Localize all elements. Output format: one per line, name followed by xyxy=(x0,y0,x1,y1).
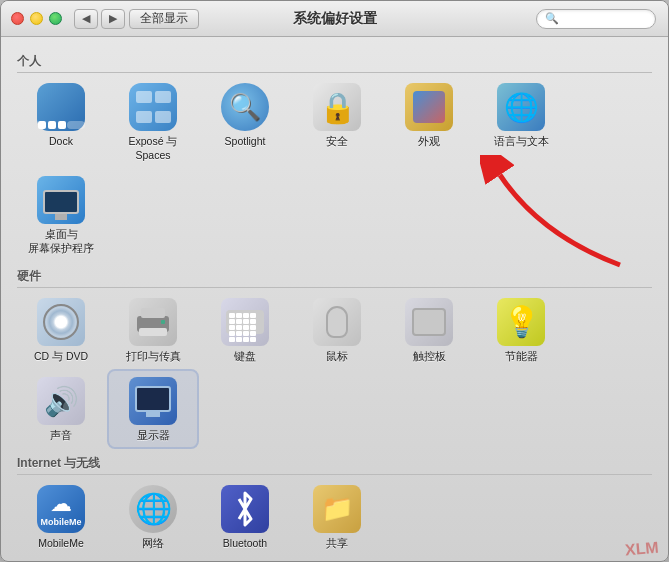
pref-cd[interactable]: CD 与 DVD xyxy=(17,292,105,368)
pref-expose[interactable]: Exposé 与Spaces xyxy=(109,77,197,166)
sound-label: 声音 xyxy=(50,429,72,443)
sharing-icon: 📁 xyxy=(311,483,363,535)
pref-sharing[interactable]: 📁 共享 xyxy=(293,479,381,555)
display-icon xyxy=(127,375,179,427)
section-personal-label: 个人 xyxy=(17,53,652,73)
print-icon xyxy=(127,296,179,348)
internet-grid: ☁MobileMe MobileMe 🌐 网络 Bluet xyxy=(17,479,652,555)
expose-icon xyxy=(127,81,179,133)
sharing-label: 共享 xyxy=(326,537,348,551)
bluetooth-label: Bluetooth xyxy=(223,537,267,551)
pref-dock[interactable]: Dock xyxy=(17,77,105,166)
close-button[interactable] xyxy=(11,12,24,25)
svg-rect-2 xyxy=(139,328,167,336)
keyboard-label: 键盘 xyxy=(234,350,256,364)
pref-appearance[interactable]: 外观 xyxy=(385,77,473,166)
desktop-icon xyxy=(35,174,87,226)
security-label: 安全 xyxy=(326,135,348,149)
mouse-icon xyxy=(311,296,363,348)
search-icon: 🔍 xyxy=(545,12,559,25)
network-icon: 🌐 xyxy=(127,483,179,535)
titlebar: ◀ ▶ 全部显示 系统偏好设置 🔍 xyxy=(1,1,668,37)
trackpad-label: 触控板 xyxy=(413,350,446,364)
network-label: 网络 xyxy=(142,537,164,551)
minimize-button[interactable] xyxy=(30,12,43,25)
cd-icon xyxy=(35,296,87,348)
print-label: 打印与传真 xyxy=(126,350,181,364)
search-box[interactable]: 🔍 xyxy=(536,9,656,29)
pref-desktop[interactable]: 桌面与屏幕保护程序 xyxy=(17,170,105,259)
mobileme-label: MobileMe xyxy=(38,537,84,551)
section-internet-label: Internet 与无线 xyxy=(17,455,652,475)
energy-label: 节能器 xyxy=(505,350,538,364)
traffic-lights xyxy=(11,12,62,25)
nav-buttons: ◀ ▶ xyxy=(74,9,125,29)
content-area: 个人 Dock Exposé 与Spaces 🔍 Spotlight xyxy=(1,37,668,561)
svg-rect-1 xyxy=(141,308,165,318)
pref-security[interactable]: 🔒 安全 xyxy=(293,77,381,166)
pref-mobileme[interactable]: ☁MobileMe MobileMe xyxy=(17,479,105,555)
pref-mouse[interactable]: 鼠标 xyxy=(293,292,381,368)
expose-label: Exposé 与Spaces xyxy=(129,135,178,162)
pref-keyboard[interactable]: 键盘 xyxy=(201,292,289,368)
display-label: 显示器 xyxy=(137,429,170,443)
pref-sound[interactable]: 🔊 声音 xyxy=(17,371,105,447)
svg-rect-3 xyxy=(161,320,165,324)
pref-spotlight[interactable]: 🔍 Spotlight xyxy=(201,77,289,166)
show-all-button[interactable]: 全部显示 xyxy=(129,9,199,29)
keyboard-icon xyxy=(219,296,271,348)
appearance-label: 外观 xyxy=(418,135,440,149)
cd-label: CD 与 DVD xyxy=(34,350,88,364)
pref-lang[interactable]: 🌐 语言与文本 xyxy=(477,77,565,166)
spotlight-label: Spotlight xyxy=(225,135,266,149)
window-title: 系统偏好设置 xyxy=(293,10,377,28)
pref-display[interactable]: 显示器 xyxy=(109,371,197,447)
section-hardware-label: 硬件 xyxy=(17,268,652,288)
search-input[interactable] xyxy=(563,13,643,25)
bluetooth-icon xyxy=(219,483,271,535)
dock-icon xyxy=(35,81,87,133)
pref-energy[interactable]: 💡 节能器 xyxy=(477,292,565,368)
mouse-label: 鼠标 xyxy=(326,350,348,364)
forward-button[interactable]: ▶ xyxy=(101,9,125,29)
watermark: XLM xyxy=(624,539,659,560)
lang-icon: 🌐 xyxy=(495,81,547,133)
mobileme-icon: ☁MobileMe xyxy=(35,483,87,535)
lang-label: 语言与文本 xyxy=(494,135,549,149)
pref-print[interactable]: 打印与传真 xyxy=(109,292,197,368)
pref-trackpad[interactable]: 触控板 xyxy=(385,292,473,368)
desktop-label: 桌面与屏幕保护程序 xyxy=(28,228,94,255)
pref-network[interactable]: 🌐 网络 xyxy=(109,479,197,555)
energy-icon: 💡 xyxy=(495,296,547,348)
back-button[interactable]: ◀ xyxy=(74,9,98,29)
trackpad-icon xyxy=(403,296,455,348)
maximize-button[interactable] xyxy=(49,12,62,25)
security-icon: 🔒 xyxy=(311,81,363,133)
dock-label: Dock xyxy=(49,135,73,149)
system-preferences-window: ◀ ▶ 全部显示 系统偏好设置 🔍 个人 Dock Exposé 与Spac xyxy=(0,0,669,562)
pref-bluetooth[interactable]: Bluetooth xyxy=(201,479,289,555)
sound-icon: 🔊 xyxy=(35,375,87,427)
personal-grid: Dock Exposé 与Spaces 🔍 Spotlight 🔒 安全 xyxy=(17,77,652,260)
appearance-icon xyxy=(403,81,455,133)
hardware-grid: CD 与 DVD 打印与传真 xyxy=(17,292,652,447)
spotlight-icon: 🔍 xyxy=(219,81,271,133)
